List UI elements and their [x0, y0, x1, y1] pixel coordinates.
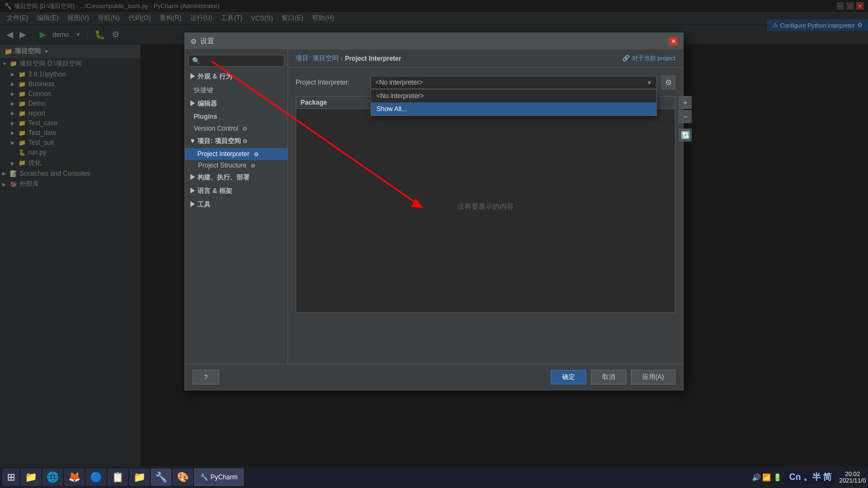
taskbar-app-icon: 🔧: [200, 473, 208, 481]
dialog-title-text: 设置: [200, 36, 214, 46]
help-button[interactable]: ?: [193, 370, 219, 384]
package-area-wrapper: Package 没有要显示的内容 + − 🔃: [296, 96, 675, 313]
group-arrow: ▼: [189, 137, 197, 145]
taskbar-paint[interactable]: 🎨: [173, 468, 193, 486]
settings-nav-editor[interactable]: ▶ 编辑器: [185, 97, 288, 111]
dialog-body: ▶ 外观 & 行为 快捷键 ▶ 编辑器 Plugins Version Cont…: [185, 49, 683, 364]
settings-nav-vcs[interactable]: Version Control ⚙: [185, 123, 288, 134]
settings-nav: ▶ 外观 & 行为 快捷键 ▶ 编辑器 Plugins Version Cont…: [185, 49, 288, 364]
taskbar-pycharm[interactable]: 🔧: [151, 468, 171, 486]
dropdown-option-show-all[interactable]: Show All...: [371, 102, 656, 115]
interpreter-label: Project Interpreter:: [296, 79, 366, 86]
settings-dialog: ⚙ 设置 ✕ ▶ 外观 & 行为 快捷键 ▶ 编辑器 Plugins Versi…: [184, 33, 684, 390]
package-refresh-button[interactable]: 🔃: [679, 129, 692, 142]
taskbar: ⊞ 📁 🌐 🦊 🔵 📋 📁 🔧 🎨 🔧 PyCharm 🔊 📶 🔋 Cn 。半 …: [0, 466, 868, 488]
modal-overlay: ⚙ 设置 ✕ ▶ 外观 & 行为 快捷键 ▶ 编辑器 Plugins Versi…: [0, 0, 868, 488]
taskbar-time: 20:02: [839, 471, 866, 477]
settings-nav-project-structure[interactable]: Project Structure ⚙: [185, 160, 288, 171]
group-arrow: ▶: [189, 100, 197, 107]
package-empty-message: 没有要显示的内容: [296, 109, 675, 304]
package-action-buttons: + − 🔃: [679, 96, 692, 142]
breadcrumb-root[interactable]: 项目: 项目空间: [296, 54, 339, 63]
interpreter-dropdown-popup: <No interpreter> Show All...: [371, 89, 657, 116]
taskbar-ie[interactable]: 🌐: [42, 468, 63, 486]
interpreter-selector-row: Project Interpreter: <No interpreter> ▼ …: [296, 75, 675, 89]
taskbar-date: 2021/11/0: [839, 477, 866, 484]
settings-nav-shortcuts[interactable]: 快捷键: [185, 84, 288, 97]
apply-button[interactable]: 应用(A): [631, 370, 675, 384]
dialog-title-left: ⚙ 设置: [190, 36, 214, 46]
breadcrumb-note-text: 对于当前 project: [632, 54, 675, 62]
interpreter-settings-gear-button[interactable]: ⚙: [661, 75, 675, 89]
taskbar-folder2[interactable]: 📁: [129, 468, 150, 486]
dialog-close-button[interactable]: ✕: [669, 37, 678, 46]
dialog-icon: ⚙: [190, 37, 197, 46]
interpreter-value: <No interpreter>: [375, 79, 423, 86]
taskbar-clock: 20:02 2021/11/0: [839, 471, 866, 484]
group-arrow: ▶: [189, 187, 197, 195]
interpreter-settings: Project Interpreter: <No interpreter> ▼ …: [288, 68, 683, 364]
taskbar-clipboard[interactable]: 📋: [107, 468, 128, 486]
settings-main-content: 项目: 项目空间 › Project Interpreter 🔗 对于当前 pr…: [288, 49, 683, 364]
start-button[interactable]: ⊞: [2, 468, 20, 486]
breadcrumb-separator: ›: [341, 55, 343, 62]
package-remove-button[interactable]: −: [679, 110, 692, 123]
ime-indicator[interactable]: Cn 。半 简: [785, 471, 836, 484]
note-icon: 🔗: [622, 55, 630, 62]
settings-nav-appearance[interactable]: ▶ 外观 & 行为: [185, 70, 288, 84]
cancel-button[interactable]: 取消: [591, 370, 627, 384]
dialog-title-bar: ⚙ 设置 ✕: [185, 33, 683, 49]
taskbar-tray-icons: 🔊 📶 🔋: [752, 473, 782, 481]
breadcrumb: 项目: 项目空间 › Project Interpreter 🔗 对于当前 pr…: [288, 49, 683, 68]
confirm-button[interactable]: 确定: [551, 370, 586, 384]
dropdown-chevron-icon: ▼: [647, 80, 652, 86]
settings-search-input[interactable]: [188, 55, 284, 67]
interpreter-dropdown-wrapper: <No interpreter> ▼ <No interpreter> Show…: [371, 76, 657, 89]
package-table: Package 没有要显示的内容: [296, 96, 675, 313]
taskbar-right: 🔊 📶 🔋 Cn 。半 简 20:02 2021/11/0: [752, 471, 866, 484]
taskbar-firefox[interactable]: 🦊: [64, 468, 85, 486]
settings-nav-project[interactable]: ▼ 项目: 项目空间 ⚙: [185, 134, 288, 148]
breadcrumb-note: 🔗 对于当前 project: [622, 54, 675, 62]
settings-nav-project-interpreter[interactable]: Project Interpreter ⚙: [185, 148, 288, 160]
group-arrow: ▶: [189, 73, 197, 80]
dropdown-option-no-interpreter[interactable]: <No interpreter>: [371, 89, 656, 102]
package-add-button[interactable]: +: [679, 96, 692, 109]
taskbar-app-label: PyCharm: [210, 473, 238, 481]
settings-nav-plugins[interactable]: Plugins: [185, 111, 288, 123]
settings-nav-build[interactable]: ▶ 构建、执行、部署: [185, 171, 288, 184]
settings-nav-tools[interactable]: ▶ 工具: [185, 198, 288, 211]
group-arrow: ▶: [189, 174, 197, 181]
interpreter-dropdown[interactable]: <No interpreter> ▼: [371, 76, 657, 89]
taskbar-chrome[interactable]: 🔵: [86, 468, 106, 486]
breadcrumb-current: Project Interpreter: [345, 55, 401, 62]
settings-nav-lang[interactable]: ▶ 语言 & 框架: [185, 184, 288, 198]
taskbar-explorer[interactable]: 📁: [21, 468, 41, 486]
dialog-footer: ? 确定 取消 应用(A): [185, 364, 683, 390]
group-arrow: ▶: [189, 201, 197, 208]
taskbar-app-pycharm[interactable]: 🔧 PyCharm: [194, 468, 244, 486]
